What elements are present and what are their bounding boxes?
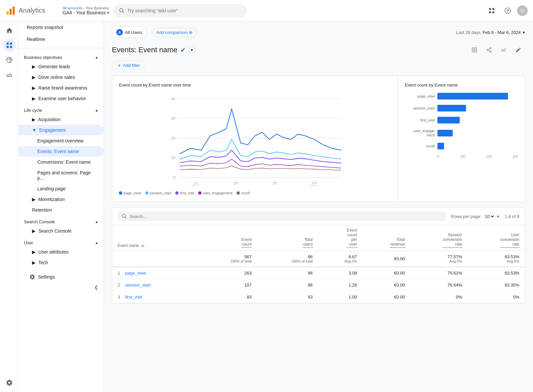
sidebar-icon-explore[interactable] bbox=[3, 53, 16, 67]
nav-section-life-cycle[interactable]: Life cycle ▲ bbox=[19, 104, 104, 114]
add-comparison-button[interactable]: Add comparison ⊕ bbox=[152, 28, 197, 37]
nav-reports-snapshot[interactable]: Reports snapshot bbox=[19, 21, 104, 33]
insights-button[interactable] bbox=[497, 43, 510, 57]
nav-section-business-objectives[interactable]: Business objectives ▲ bbox=[19, 51, 104, 61]
search-input[interactable] bbox=[127, 8, 241, 13]
table-search[interactable] bbox=[118, 212, 446, 221]
nav-search-console[interactable]: ▶ Search Console bbox=[19, 226, 104, 236]
row-1-event-link[interactable]: page_view bbox=[125, 271, 146, 276]
table-row-3: 3 first_visit 83 83 1.00 €0.00 0% 0% bbox=[112, 291, 525, 303]
bar-fill-user-engagement bbox=[437, 130, 453, 136]
total-label bbox=[112, 251, 196, 267]
svg-rect-11 bbox=[6, 43, 8, 45]
business-name[interactable]: GA4 - Your Business ▾ bbox=[63, 10, 109, 15]
row-3-event-link[interactable]: first_visit bbox=[125, 294, 142, 299]
rows-per-page-select[interactable]: 10 25 50 bbox=[483, 214, 495, 219]
add-filter-button[interactable]: Add filter bbox=[112, 61, 145, 70]
bar-track-first-visit bbox=[437, 117, 518, 123]
nav-section-user[interactable]: User ▲ bbox=[19, 236, 104, 247]
bar-track-page-view bbox=[437, 93, 518, 99]
sidebar-icon-advertising[interactable] bbox=[3, 68, 16, 81]
help-icon-button[interactable]: ? bbox=[501, 4, 514, 17]
th-ec-per-user[interactable]: Eventcountperuser bbox=[318, 225, 362, 251]
total-session-conv: 77.57% Avg 0% bbox=[410, 251, 468, 267]
nav-monetization[interactable]: ▶ Monetization bbox=[19, 194, 104, 205]
row-2-event-link[interactable]: session_start bbox=[125, 283, 151, 288]
search-bar[interactable] bbox=[113, 4, 247, 17]
nav-retention[interactable]: Retention bbox=[19, 205, 104, 215]
th-event-name[interactable]: Event name ⊕ ↓ bbox=[112, 225, 196, 251]
add-column-icon[interactable]: ⊕ bbox=[141, 244, 144, 248]
svg-rect-12 bbox=[10, 43, 12, 45]
customize-icon bbox=[471, 47, 477, 53]
date-range-picker[interactable]: Last 28 days Feb 8 - Mar 6, 2024 ▾ bbox=[456, 30, 525, 35]
caret-right-icon: ▶ bbox=[32, 249, 36, 255]
row-3-total-users: 83 bbox=[257, 291, 318, 303]
svg-rect-18 bbox=[472, 51, 474, 52]
nav-realtime[interactable]: Realtime bbox=[19, 33, 104, 45]
bar-row-user-engagement: user_engagement bbox=[405, 129, 518, 137]
total-event-count: 567 100% of total bbox=[196, 251, 257, 267]
table-section: Rows per page: 10 25 50 ▾ 1-8 of 8 Event… bbox=[112, 207, 525, 303]
insights-icon bbox=[501, 47, 507, 53]
share-button[interactable] bbox=[482, 43, 496, 57]
chevron-down-icon: ▾ bbox=[523, 30, 525, 35]
user-segment-pill[interactable]: A All Users bbox=[112, 27, 147, 38]
nav-section-search-console[interactable]: Search Console ▲ bbox=[19, 215, 104, 226]
title-row: Events: Event name ✔ ▾ bbox=[112, 43, 525, 57]
search-icon bbox=[119, 8, 125, 14]
line-chart-container: Event count by Event name over time 40 3… bbox=[112, 76, 398, 202]
nav-tech[interactable]: ▶ Tech bbox=[19, 257, 104, 268]
nav-pages-screens[interactable]: Pages and screens: Page p... bbox=[19, 167, 104, 183]
add-filter-icon bbox=[117, 63, 122, 68]
th-event-count[interactable]: Eventcount bbox=[196, 225, 257, 251]
apps-icon-button[interactable] bbox=[485, 4, 498, 17]
nav-settings[interactable]: Settings bbox=[24, 271, 98, 283]
topbar: Analytics All accounts › Your Business G… bbox=[0, 0, 533, 21]
th-user-conversion[interactable]: Userconversionrate bbox=[467, 225, 525, 251]
collapse-sidebar[interactable]: ❮ bbox=[24, 283, 98, 291]
nav-acquisition[interactable]: ▶ Acquisition bbox=[19, 114, 104, 125]
svg-rect-5 bbox=[489, 8, 491, 10]
user-avatar[interactable]: G bbox=[517, 5, 528, 16]
th-total-revenue[interactable]: Totalrevenue bbox=[362, 225, 410, 251]
row-2-revenue: €0.00 bbox=[362, 279, 410, 291]
nav-generate-leads[interactable]: ▶ Generate leads bbox=[19, 61, 104, 72]
sidebar-icon-reports[interactable] bbox=[3, 39, 16, 52]
table-search-input[interactable] bbox=[130, 214, 442, 219]
svg-rect-13 bbox=[6, 46, 8, 48]
customize-report-button[interactable] bbox=[468, 43, 481, 57]
sort-icon-event-name[interactable]: ↓ bbox=[146, 244, 148, 248]
svg-text:Mar: Mar bbox=[311, 184, 317, 186]
legend-page-view: page_view bbox=[119, 191, 141, 195]
bar-row-scroll: scroll bbox=[405, 143, 518, 149]
nav-user-attributes[interactable]: ▶ User attributes bbox=[19, 247, 104, 257]
sidebar-icon-home[interactable] bbox=[3, 24, 16, 37]
th-session-conversion[interactable]: Sessionconversionrate bbox=[410, 225, 468, 251]
total-ec-per-user: 6.67 Avg 0% bbox=[318, 251, 362, 267]
nav-events-event-name[interactable]: Events: Event name bbox=[19, 146, 104, 157]
svg-point-20 bbox=[490, 48, 491, 49]
svg-text:25: 25 bbox=[272, 181, 277, 185]
nav-engagement[interactable]: ▼ Engagement bbox=[19, 125, 104, 135]
edit-button[interactable] bbox=[512, 43, 525, 57]
analytics-logo-icon bbox=[5, 5, 16, 16]
svg-line-24 bbox=[488, 49, 490, 50]
total-users: 86 100% of total bbox=[257, 251, 318, 267]
nav-bottom: Settings ❮ bbox=[19, 268, 104, 294]
title-dropdown-button[interactable]: ▾ bbox=[189, 47, 195, 53]
nav-raise-brand-awareness[interactable]: ▶ Raise brand awareness bbox=[19, 83, 104, 93]
nav-drive-online-sales[interactable]: ▶ Drive online sales bbox=[19, 72, 104, 83]
nav-landing-page[interactable]: Landing page bbox=[19, 183, 104, 194]
total-revenue: €0.00 bbox=[362, 251, 410, 267]
nav-examine-user-behavior[interactable]: ▶ Examine user behavior bbox=[19, 93, 104, 104]
collapse-icon[interactable]: ❮ bbox=[94, 285, 98, 290]
breadcrumb-all-accounts[interactable]: All accounts bbox=[63, 6, 82, 10]
sidebar-icon-settings[interactable] bbox=[3, 376, 16, 389]
th-total-users[interactable]: Totalusers bbox=[257, 225, 318, 251]
legend-dot-session-start bbox=[145, 191, 149, 195]
nav-conversions-event-name[interactable]: Conversions: Event name bbox=[19, 157, 104, 167]
icon-sidebar bbox=[0, 21, 19, 392]
legend-dot-user-engagement bbox=[198, 191, 202, 195]
nav-engagement-overview[interactable]: Engagement overview bbox=[19, 135, 104, 146]
